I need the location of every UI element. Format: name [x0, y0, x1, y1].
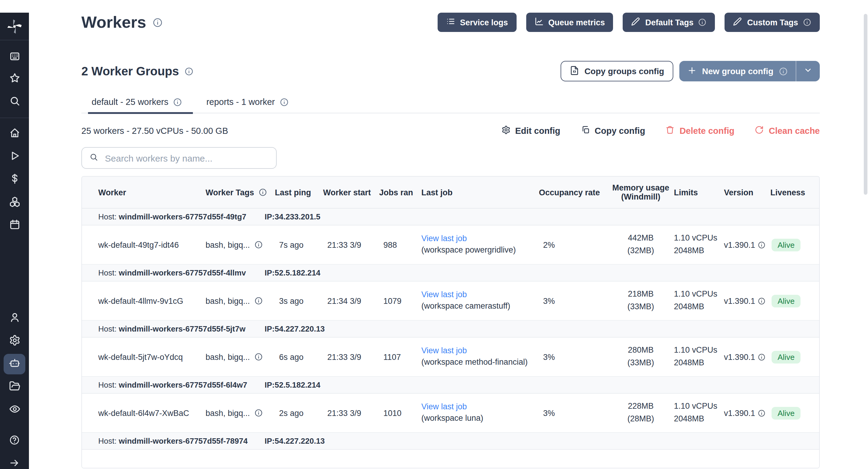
- last-ping: 7s ago: [275, 240, 323, 249]
- host-label: Host:: [98, 436, 117, 445]
- copy-groups-config-button[interactable]: Copy groups config: [560, 61, 673, 82]
- info-icon[interactable]: [254, 296, 262, 305]
- col-occupancy-rate: Occupancy rate: [539, 188, 608, 197]
- sidebar-item-home[interactable]: [4, 124, 25, 144]
- sidebar-collapse[interactable]: [4, 454, 25, 469]
- view-last-job-link[interactable]: View last job: [421, 346, 467, 355]
- refresh-icon: [755, 125, 764, 136]
- host-label: Host:: [98, 268, 117, 277]
- last-job-workspace: (workspace method-financial): [421, 357, 539, 368]
- tab-reports[interactable]: reports - 1 worker: [207, 97, 295, 113]
- search-input[interactable]: [104, 152, 269, 164]
- host-ip: 54.227.220.13: [275, 436, 324, 445]
- worker-groups-heading: 2 Worker Groups: [82, 64, 179, 78]
- col-last-job: Last job: [421, 188, 539, 197]
- eye-icon: [9, 403, 20, 417]
- main-content: Workers Service logs Queue metrics Defau…: [29, 13, 868, 468]
- search-box: [82, 147, 277, 169]
- dollar-icon: [9, 173, 20, 187]
- info-icon[interactable]: [758, 409, 766, 417]
- info-icon[interactable]: [152, 17, 162, 27]
- sidebar-item-variables[interactable]: [4, 169, 25, 190]
- last-job-workspace: (workspace luna): [421, 413, 539, 425]
- worker-version: v1.390.1: [724, 352, 755, 362]
- sidebar-item-audit-logs[interactable]: [4, 400, 25, 420]
- worker-start: 21:33 3/9: [323, 352, 379, 362]
- new-group-config-button[interactable]: New group config: [679, 61, 796, 82]
- info-icon[interactable]: [758, 241, 766, 249]
- delete-config-button[interactable]: Delete config: [666, 125, 735, 136]
- sidebar-item-help[interactable]: [4, 431, 25, 451]
- liveness-badge: Alive: [772, 350, 801, 363]
- info-icon[interactable]: [173, 97, 182, 106]
- clean-cache-button[interactable]: Clean cache: [755, 125, 820, 136]
- worker-row: wk-default-5jt7w-oYdcq bash, bigq... 6s …: [82, 338, 819, 377]
- queue-metrics-button[interactable]: Queue metrics: [526, 13, 613, 32]
- info-icon[interactable]: [254, 409, 262, 417]
- new-group-config-button-group: New group config: [679, 61, 820, 82]
- jobs-ran: 1079: [379, 296, 421, 305]
- memory-usage: 218MB: [608, 288, 674, 301]
- info-icon[interactable]: [184, 67, 193, 76]
- worker-tags: bash, bigq...: [206, 352, 250, 362]
- apps-icon: [9, 50, 20, 62]
- sidebar-item-schedules[interactable]: [4, 215, 25, 236]
- sidebar-item-apps[interactable]: [4, 46, 25, 66]
- info-icon[interactable]: [758, 353, 766, 361]
- tab-default[interactable]: default - 25 workers: [92, 97, 188, 113]
- view-last-job-link[interactable]: View last job: [421, 234, 467, 243]
- chevron-down-icon: [804, 65, 812, 77]
- search-icon: [89, 152, 98, 164]
- edit-config-button[interactable]: Edit config: [501, 125, 560, 136]
- host-name: windmill-workers-67757d55f-6l4w7: [119, 380, 247, 389]
- ip-label: IP:: [265, 268, 275, 277]
- info-icon[interactable]: [254, 353, 262, 361]
- worker-tags: bash, bigq...: [206, 240, 250, 249]
- service-logs-button[interactable]: Service logs: [438, 13, 516, 32]
- view-last-job-link[interactable]: View last job: [421, 402, 467, 411]
- sidebar-item-workers[interactable]: [4, 354, 25, 374]
- sidebar-item-settings[interactable]: [4, 331, 25, 351]
- col-jobs-ran: Jobs ran: [379, 188, 421, 197]
- last-job-workspace: (workspace camerastuff): [421, 301, 539, 312]
- view-last-job-link[interactable]: View last job: [421, 290, 467, 299]
- memory-usage-windmill: (32MB): [608, 245, 674, 257]
- windmill-logo[interactable]: [0, 13, 29, 40]
- info-icon: [698, 18, 707, 27]
- occupancy-rate: 3%: [539, 408, 608, 417]
- memory-usage-windmill: (33MB): [608, 357, 674, 370]
- copy-config-button[interactable]: Copy config: [581, 125, 645, 136]
- scrollbar-thumb[interactable]: [864, 14, 867, 195]
- new-group-config-dropdown[interactable]: [796, 61, 820, 82]
- sidebar-item-users[interactable]: [4, 308, 25, 329]
- default-tags-button[interactable]: Default Tags: [623, 13, 715, 32]
- host-ip: 34.233.201.5: [275, 212, 320, 221]
- chart-icon: [534, 17, 544, 28]
- info-icon[interactable]: [758, 297, 766, 305]
- memory-usage: 442MB: [608, 232, 674, 245]
- copy-icon: [581, 125, 590, 136]
- ip-label: IP:: [265, 324, 275, 333]
- sidebar-item-favorites[interactable]: [4, 69, 25, 89]
- worker-row: wk-default-4llmv-9v1cG bash, bigq... 3s …: [82, 282, 819, 321]
- sidebar-item-search[interactable]: [4, 92, 25, 112]
- custom-tags-button[interactable]: Custom Tags: [725, 13, 820, 32]
- memory-usage-windmill: (28MB): [608, 413, 674, 426]
- occupancy-rate: 3%: [539, 296, 608, 305]
- home-icon: [9, 127, 20, 141]
- limit-memory: 2048MB: [674, 245, 724, 257]
- info-icon[interactable]: [254, 241, 262, 249]
- occupancy-rate: 2%: [539, 240, 608, 249]
- host-name: windmill-workers-67757d55f-5jt7w: [119, 324, 246, 333]
- pencil-icon: [631, 17, 641, 28]
- sidebar-item-runs[interactable]: [4, 147, 25, 167]
- sidebar-item-resources[interactable]: [4, 192, 25, 213]
- worker-start: 21:34 3/9: [323, 296, 379, 305]
- header-actions: Service logs Queue metrics Default Tags …: [438, 13, 820, 32]
- info-icon[interactable]: [280, 97, 289, 106]
- sidebar-item-folders[interactable]: [4, 377, 25, 397]
- limit-memory: 2048MB: [674, 413, 724, 426]
- memory-usage: 280MB: [608, 344, 674, 357]
- info-icon[interactable]: [258, 188, 267, 196]
- ip-label: IP:: [265, 436, 275, 445]
